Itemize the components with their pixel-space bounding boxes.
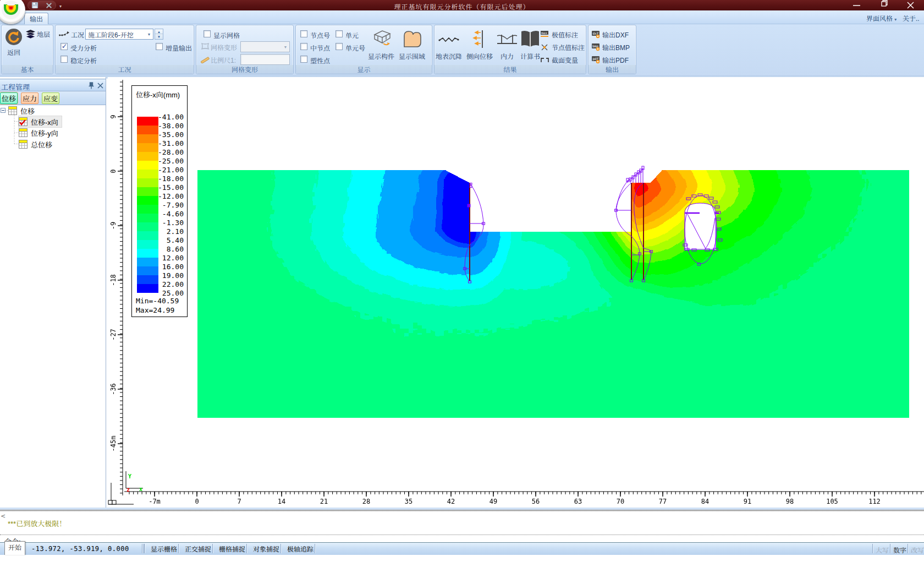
show-mesh-checkbox[interactable]	[204, 30, 211, 37]
mesh-deform-icon	[201, 42, 210, 50]
ribbon-group-workcase: 工况 施工阶段6-开挖 ▼ ▲ ▼ ✓ 受力分析 稳定分析 增量输出 工况	[55, 25, 194, 74]
combo-caret-icon: ▼	[282, 44, 289, 50]
ui-style-link[interactable]: 界面风格 ▾	[866, 13, 897, 23]
panel-close-icon[interactable]	[97, 83, 103, 89]
tab-displacement[interactable]: 位移	[0, 92, 18, 104]
h-ruler-label: 35	[405, 498, 413, 505]
tree-expand-box[interactable]	[1, 108, 6, 113]
drawing-canvas-area[interactable]: 90-9-18-27-36-45m-7m07142128354249566370…	[108, 77, 924, 508]
save-icon[interactable]	[31, 2, 38, 9]
show-region-button[interactable]: 显示围域	[398, 28, 426, 66]
h-ruler-label: 91	[744, 498, 751, 505]
back-button[interactable]: 返回	[5, 28, 23, 47]
mesh-deform-combobox[interactable]: ▼	[240, 41, 290, 52]
qat-dropdown-caret[interactable]: ▾	[59, 3, 62, 9]
incremental-output-checkbox[interactable]	[156, 43, 163, 50]
statusbar-button[interactable]: 对象捕捉	[250, 544, 283, 554]
statusbar-button[interactable]: 显示栅格	[147, 544, 180, 554]
tree-item-disp-total[interactable]: 总位移	[19, 139, 52, 150]
h-ruler-label: 28	[362, 498, 370, 505]
button-label: 极值标注	[552, 30, 578, 39]
nodeval-icon	[540, 43, 550, 52]
legend-tick-label: 25.00	[155, 289, 184, 297]
spinner-down-icon[interactable]: ▼	[155, 34, 163, 39]
element-number-checkbox[interactable]	[336, 43, 343, 50]
legend-tick-label: -12.00	[155, 192, 184, 200]
tree-item-disp-x[interactable]: 位移-x向	[19, 116, 62, 127]
ribbon-group-output: dxf 输出DXF bmp 输出BMP pdf 输出PDF 输出	[588, 25, 636, 74]
ribbon-group-basic: 返回 地层 基本	[1, 25, 53, 74]
tab-stress[interactable]: 应力	[21, 92, 38, 104]
panel-title: 工程管理	[1, 81, 30, 92]
workcase-spinner[interactable]: ▲ ▼	[155, 29, 163, 40]
legend-tick-label: -25.00	[155, 157, 184, 165]
restore-button[interactable]	[870, 0, 897, 9]
node-number-checkbox[interactable]	[300, 30, 307, 37]
midnode-checkbox[interactable]	[300, 43, 307, 50]
legend-title: 位移-x向(mm)	[136, 89, 180, 100]
legend-tick-label: -28.00	[155, 148, 184, 156]
h-ruler-label: 70	[617, 498, 624, 505]
h-ruler-label: 42	[447, 498, 455, 505]
group-caption-output: 输出	[588, 65, 636, 74]
force-analysis-checkbox[interactable]: ✓	[61, 43, 68, 50]
tunnel-deformed-shape	[685, 195, 717, 264]
dotted-separator	[0, 535, 924, 535]
statusbar-button[interactable]: 栅格捕捉	[216, 544, 249, 554]
retaining-walls	[470, 183, 644, 281]
collapse-arrow-icon[interactable]: <	[1, 512, 6, 520]
export-pdf-button[interactable]: pdf 输出PDF	[591, 55, 629, 64]
plastic-point-checkbox[interactable]	[300, 56, 307, 63]
tab-strain[interactable]: 应变	[42, 92, 59, 104]
scale-input[interactable]	[240, 54, 290, 65]
dxf-icon: dxf	[591, 30, 601, 39]
statusbar-button[interactable]: 正交捕捉	[182, 544, 215, 554]
strata-button[interactable]: 地层	[26, 29, 50, 39]
surface-settlement-button[interactable]: 地表沉降	[435, 28, 463, 66]
tab-output[interactable]: 输出	[24, 13, 48, 24]
extreme-label-button[interactable]: max 极值标注	[540, 30, 578, 39]
back-icon	[5, 28, 23, 46]
group-caption-results: 结果	[435, 65, 586, 74]
settlement-icon	[437, 28, 461, 50]
export-bmp-button[interactable]: bmp 输出BMP	[591, 42, 630, 52]
spinner-up-icon[interactable]: ▲	[155, 29, 163, 34]
statusbar-button[interactable]: 极轴追踪	[284, 544, 317, 554]
start-tab[interactable]: 开始	[4, 541, 25, 555]
legend-tick-label: -38.00	[155, 122, 184, 130]
section-variable-button[interactable]: 截面变量	[540, 55, 578, 64]
quick-access-toolbar	[28, 1, 56, 10]
v-ruler-label: -27	[109, 329, 117, 341]
axis-icon: Y x z	[126, 471, 143, 493]
export-dxf-button[interactable]: dxf 输出DXF	[591, 30, 629, 39]
legend-tick-label: -31.00	[155, 139, 184, 148]
node-value-label-button[interactable]: 节点值标注	[540, 42, 585, 52]
command-output-window[interactable]: < ***已到放大极限！ 命令:	[0, 511, 924, 542]
panel-header: 工程管理	[0, 79, 106, 91]
svg-text:x: x	[139, 486, 142, 492]
check-icon: ✓	[62, 42, 67, 50]
bmp-icon: bmp	[591, 43, 601, 51]
element-checkbox[interactable]	[336, 30, 343, 37]
h-ruler-label: 98	[786, 498, 794, 505]
right-wall-deflection	[615, 183, 653, 282]
close-button[interactable]	[897, 0, 924, 9]
tree-item-disp-y[interactable]: 位移-y向	[19, 127, 58, 138]
strata-icon	[26, 30, 35, 39]
contour-legend: 位移-x向(mm) -41.00-38.00-35.00-31.00-28.00…	[131, 85, 188, 317]
workcase-combobox[interactable]: 施工阶段6-开挖 ▼	[85, 29, 153, 40]
stability-analysis-checkbox[interactable]	[61, 56, 68, 63]
tree-root-row[interactable]: 位移	[8, 105, 35, 116]
button-label: 节点值标注	[552, 42, 585, 52]
tunnel	[685, 195, 719, 265]
pin-icon[interactable]	[88, 82, 95, 89]
ribbon-group-mesh: 显示网格 网格变形 ▼ 比例尺1: 网格变形	[196, 25, 294, 74]
show-component-button[interactable]: 显示构件	[367, 28, 395, 66]
modify-icon[interactable]	[46, 2, 52, 9]
about-link[interactable]: 关于..	[903, 13, 920, 23]
minimize-button[interactable]	[843, 0, 870, 9]
svg-text:z: z	[127, 487, 130, 493]
table-icon	[19, 128, 28, 137]
h-ruler-label: 7	[237, 498, 241, 505]
app-logo-icon[interactable]	[0, 0, 25, 24]
